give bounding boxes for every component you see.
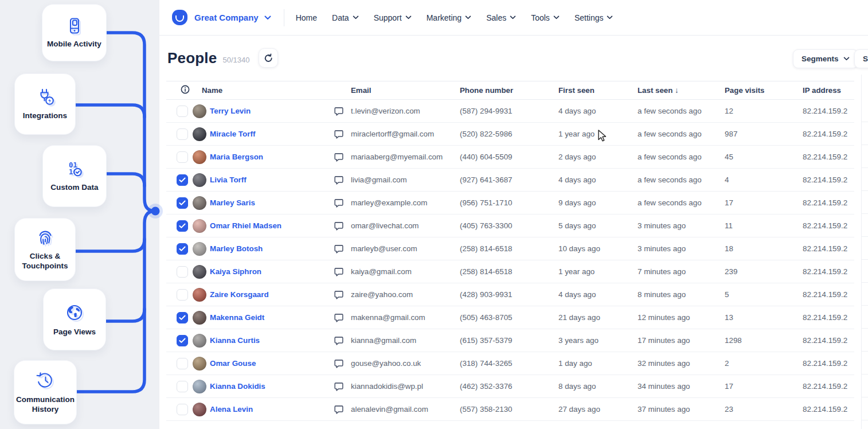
chat-icon[interactable] <box>334 152 351 162</box>
column-header-ip[interactable]: IP address <box>803 86 854 95</box>
page-visits-cell: 13 <box>725 313 803 322</box>
person-name-link[interactable]: Terry Levin <box>210 107 251 115</box>
column-header-last-seen[interactable]: Last seen ↓ <box>638 86 725 95</box>
phone-cell: (462) 352-3376 <box>460 382 558 391</box>
nav-item-support[interactable]: Support <box>374 13 412 22</box>
row-checkbox[interactable] <box>177 174 188 186</box>
feature-label: Mobile Activity <box>44 40 105 49</box>
row-checkbox[interactable] <box>177 243 188 255</box>
person-name-link[interactable]: Omar Gouse <box>210 359 256 368</box>
top-nav: Great Company HomeDataSupportMarketingSa… <box>159 0 868 36</box>
ip-cell: 82.214.159.2 <box>803 267 854 276</box>
avatar <box>193 127 206 141</box>
ip-cell: 82.214.159.2 <box>803 313 854 322</box>
chat-icon[interactable] <box>334 313 351 323</box>
email-cell: marleyb@user.com <box>351 244 460 253</box>
chat-icon[interactable] <box>334 404 351 415</box>
first-seen-cell: 8 days ago <box>558 382 638 391</box>
page-visits-cell: 23 <box>725 405 803 414</box>
email-cell: t.levin@verizon.com <box>351 107 460 115</box>
first-seen-cell: 1 year ago <box>558 130 638 138</box>
page-visits-cell: 1298 <box>725 336 803 345</box>
clipped-button[interactable]: S <box>854 49 868 68</box>
feature-label: Page Views <box>50 327 99 337</box>
person-name-link[interactable]: Maria Bergson <box>210 153 263 161</box>
person-name-link[interactable]: Marley Saris <box>210 198 255 207</box>
nav-items: HomeDataSupportMarketingSalesToolsSettin… <box>296 13 613 22</box>
row-checkbox[interactable] <box>177 151 188 163</box>
person-name-link[interactable]: Kianna Dokidis <box>210 382 265 391</box>
refresh-button[interactable] <box>259 48 278 68</box>
person-name-link[interactable]: Omar Rhiel Madsen <box>210 221 281 230</box>
chat-icon[interactable] <box>334 381 351 392</box>
person-name-link[interactable]: Kianna Curtis <box>210 336 260 345</box>
first-seen-cell: 3 years ago <box>558 336 638 345</box>
chat-icon[interactable] <box>334 198 351 208</box>
ip-cell: 82.214.159.2 <box>803 290 854 299</box>
email-cell: omar@livechat.com <box>351 221 460 230</box>
row-checkbox[interactable] <box>177 381 188 392</box>
brand-name[interactable]: Great Company <box>194 13 259 22</box>
column-header-page-visits[interactable]: Page visits <box>725 86 803 95</box>
nav-item-tools[interactable]: Tools <box>531 13 560 22</box>
nav-item-settings[interactable]: Settings <box>574 13 613 22</box>
chat-icon[interactable] <box>334 336 351 346</box>
column-header-name[interactable]: Name <box>193 86 334 95</box>
chat-icon[interactable] <box>334 106 351 116</box>
nav-item-home[interactable]: Home <box>296 13 317 22</box>
phone-cell: (587) 294-9931 <box>460 107 558 115</box>
column-header-email[interactable]: Email <box>351 86 460 95</box>
row-checkbox[interactable] <box>177 266 188 278</box>
chat-icon[interactable] <box>334 290 351 300</box>
feature-label: Communication History <box>13 395 78 415</box>
chat-icon[interactable] <box>334 358 351 369</box>
column-header-first-seen[interactable]: First seen <box>558 86 638 95</box>
email-cell: alenalevin@gmail.com <box>351 405 460 414</box>
info-icon[interactable] <box>181 85 190 94</box>
avatar <box>193 380 206 393</box>
last-seen-cell: a few seconds ago <box>638 153 725 161</box>
row-checkbox[interactable] <box>177 289 188 301</box>
row-checkbox[interactable] <box>177 335 188 346</box>
table-row: Omar Rhiel Madsen omar@livechat.com (405… <box>166 214 854 237</box>
nav-item-marketing[interactable]: Marketing <box>427 13 471 22</box>
page-visits-cell: 18 <box>725 244 803 253</box>
person-name-link[interactable]: Makenna Geidt <box>210 313 264 322</box>
avatar <box>193 288 206 302</box>
segments-button[interactable]: Segments <box>793 49 858 68</box>
mobile-icon <box>65 17 84 35</box>
person-name-link[interactable]: Kaiya Siphron <box>210 267 261 276</box>
ip-cell: 82.214.159.2 <box>803 221 854 230</box>
table-row: Maria Bergson mariaaberg@myemail.com (44… <box>166 146 854 169</box>
row-checkbox[interactable] <box>177 128 188 140</box>
chevron-down-icon <box>843 57 850 61</box>
column-header-phone[interactable]: Phone number <box>460 86 558 95</box>
person-name-link[interactable]: Miracle Torff <box>210 130 255 138</box>
chat-icon[interactable] <box>334 244 351 254</box>
last-seen-cell: 17 minutes ago <box>638 336 725 345</box>
row-checkbox[interactable] <box>177 312 188 323</box>
avatar <box>193 196 206 210</box>
people-table-body: Terry Levin t.levin@verizon.com (587) 29… <box>166 100 854 421</box>
last-seen-cell: a few seconds ago <box>638 130 725 138</box>
person-name-link[interactable]: Alena Levin <box>210 405 253 414</box>
chat-icon[interactable] <box>334 221 351 231</box>
nav-item-data[interactable]: Data <box>332 13 359 22</box>
person-name-link[interactable]: Zaire Korsgaard <box>210 290 269 299</box>
row-checkbox[interactable] <box>177 220 188 232</box>
table-row: Kianna Curtis kianna@gmail.com (615) 357… <box>166 329 854 352</box>
nav-item-label: Sales <box>486 13 506 22</box>
row-checkbox[interactable] <box>177 404 188 415</box>
nav-item-sales[interactable]: Sales <box>486 13 516 22</box>
row-checkbox[interactable] <box>177 106 188 117</box>
brand-logo-icon[interactable] <box>172 10 187 25</box>
avatar <box>193 242 206 256</box>
person-name-link[interactable]: Livia Torff <box>210 176 247 184</box>
row-checkbox[interactable] <box>177 197 188 209</box>
chevron-down-icon[interactable] <box>264 15 271 20</box>
person-name-link[interactable]: Marley Botosh <box>210 244 263 253</box>
chat-icon[interactable] <box>334 175 351 185</box>
chat-icon[interactable] <box>334 129 351 139</box>
row-checkbox[interactable] <box>177 358 188 369</box>
chat-icon[interactable] <box>334 267 351 277</box>
